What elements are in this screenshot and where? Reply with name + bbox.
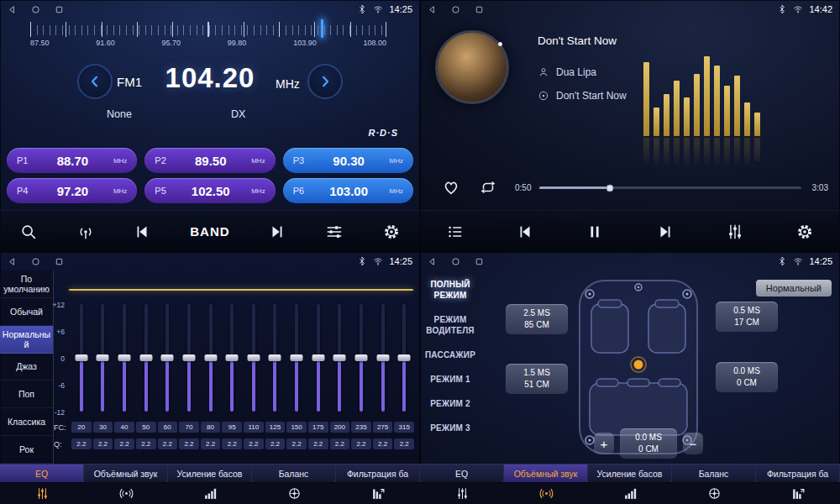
nav-back-icon[interactable]: [8, 5, 17, 14]
eq-band-slider[interactable]: [307, 304, 329, 412]
radio-preset-button[interactable]: P6 103.00 MHz: [283, 178, 413, 203]
eq-slider-knob[interactable]: [226, 354, 239, 361]
eq-slider-knob[interactable]: [291, 354, 303, 361]
eq-preset-item[interactable]: Нормальный: [0, 326, 53, 354]
tune-up-button[interactable]: [307, 64, 343, 99]
tab-eq-icon[interactable]: [0, 486, 84, 501]
radio-preset-button[interactable]: P2 89.50 MHz: [144, 148, 275, 173]
eq-slider-knob[interactable]: [312, 354, 324, 361]
tab-balance[interactable]: Баланс: [252, 465, 336, 482]
frequency-ruler[interactable]: 87.5091.6095.7099.80103.90108.00: [30, 22, 386, 50]
eq-slider-knob[interactable]: [118, 354, 131, 361]
nav-back-icon[interactable]: [428, 5, 437, 14]
tab-eq-icon[interactable]: [420, 486, 504, 501]
delay-increase-button[interactable]: +: [594, 433, 614, 454]
equalizer-sliders-icon[interactable]: [726, 223, 744, 241]
eq-slider-knob[interactable]: [247, 354, 260, 361]
tab-eq[interactable]: EQ: [420, 465, 504, 482]
tune-down-button[interactable]: [77, 64, 113, 99]
nav-home-icon[interactable]: [451, 257, 460, 266]
settings-gear-icon[interactable]: [382, 223, 401, 241]
eq-band-slider[interactable]: [243, 304, 265, 412]
eq-preset-item[interactable]: По умолчанию: [0, 270, 53, 298]
eq-slider-knob[interactable]: [97, 354, 109, 361]
nav-recents-icon[interactable]: [55, 5, 64, 14]
eq-band-slider[interactable]: [265, 304, 286, 412]
surround-mode-button[interactable]: РЕЖИМ 3: [420, 416, 480, 440]
surround-mode-button[interactable]: ПОЛНЫЙ РЕЖИМ: [420, 272, 480, 307]
next-track-icon[interactable]: [656, 223, 675, 241]
tab-surround-sound[interactable]: Объёмный звук: [504, 465, 588, 482]
search-icon[interactable]: [19, 223, 38, 241]
tab-surround-sound[interactable]: Объёмный звук: [84, 465, 168, 482]
tab-eq[interactable]: EQ: [0, 465, 84, 482]
tab-filtering[interactable]: Фильтрация ба: [756, 465, 840, 482]
eq-slider-knob[interactable]: [75, 354, 87, 361]
previous-icon[interactable]: [133, 223, 151, 241]
eq-band-slider[interactable]: [92, 304, 114, 412]
band-button[interactable]: BAND: [190, 224, 229, 239]
playlist-icon[interactable]: [446, 223, 465, 241]
nav-home-icon[interactable]: [451, 5, 460, 14]
eq-preset-item[interactable]: Джаз: [0, 354, 53, 381]
equalizer-sliders-icon[interactable]: [325, 223, 344, 241]
eq-band-slider[interactable]: [393, 304, 415, 412]
tab-bass-icon[interactable]: [168, 486, 252, 501]
eq-band-slider[interactable]: [200, 304, 222, 412]
eq-preset-item[interactable]: Поп: [0, 381, 53, 408]
eq-band-slider[interactable]: [178, 304, 200, 412]
eq-slider-knob[interactable]: [139, 354, 152, 361]
tab-filtering[interactable]: Фильтрация ба: [336, 465, 420, 482]
eq-preset-item[interactable]: Обычай: [0, 298, 53, 326]
tab-surround-icon[interactable]: [84, 486, 168, 501]
eq-slider-knob[interactable]: [269, 354, 281, 361]
tab-balance[interactable]: Баланс: [672, 465, 756, 482]
progress-bar[interactable]: [539, 186, 801, 189]
eq-band-slider[interactable]: [135, 304, 157, 412]
tab-bass-boost[interactable]: Усиление басов: [588, 465, 672, 482]
eq-preset-item[interactable]: Классика: [0, 408, 53, 436]
progress-knob[interactable]: [606, 184, 614, 192]
eq-band-slider[interactable]: [350, 304, 372, 412]
eq-slider-knob[interactable]: [182, 354, 195, 361]
radio-preset-button[interactable]: P3 90.30 MHz: [283, 148, 413, 173]
eq-slider-knob[interactable]: [376, 354, 389, 361]
nav-recents-icon[interactable]: [55, 257, 64, 266]
tab-bass-icon[interactable]: [588, 486, 672, 501]
eq-band-slider[interactable]: [221, 304, 243, 412]
tab-surround-icon[interactable]: [504, 486, 588, 501]
favorite-button[interactable]: [442, 178, 460, 197]
next-icon[interactable]: [268, 223, 286, 241]
repeat-button[interactable]: [479, 178, 497, 197]
eq-slider-knob[interactable]: [161, 354, 174, 361]
delay-decrease-button[interactable]: −: [683, 433, 703, 454]
eq-band-slider[interactable]: [372, 304, 394, 412]
pause-icon[interactable]: [585, 223, 604, 241]
tab-filter-icon[interactable]: [336, 486, 420, 501]
nav-back-icon[interactable]: [8, 257, 17, 266]
eq-slider-knob[interactable]: [204, 354, 217, 361]
eq-band-slider[interactable]: [286, 304, 307, 412]
settings-gear-icon[interactable]: [795, 223, 814, 241]
eq-slider-knob[interactable]: [354, 354, 367, 361]
nav-home-icon[interactable]: [31, 5, 40, 14]
nav-home-icon[interactable]: [31, 257, 40, 266]
eq-band-slider[interactable]: [71, 304, 92, 412]
tab-balance-icon[interactable]: [672, 486, 756, 501]
sound-profile-button[interactable]: Нормальный: [756, 280, 832, 297]
surround-mode-button[interactable]: РЕЖИМ 2: [420, 391, 480, 416]
nav-recents-icon[interactable]: [475, 5, 484, 14]
nav-back-icon[interactable]: [428, 257, 437, 266]
previous-track-icon[interactable]: [516, 223, 534, 241]
eq-band-slider[interactable]: [157, 304, 179, 412]
eq-band-slider[interactable]: [113, 304, 135, 412]
eq-preset-item[interactable]: Рок: [0, 436, 53, 464]
nav-recents-icon[interactable]: [475, 257, 484, 266]
eq-band-slider[interactable]: [329, 304, 351, 412]
surround-mode-button[interactable]: РЕЖИМ 1: [420, 367, 480, 391]
radio-preset-button[interactable]: P4 97.20 MHz: [7, 178, 137, 203]
tab-balance-icon[interactable]: [252, 486, 336, 501]
tab-filter-icon[interactable]: [756, 486, 840, 501]
surround-mode-button[interactable]: ПАССАЖИР: [420, 343, 480, 367]
surround-mode-button[interactable]: РЕЖИМ ВОДИТЕЛЯ: [420, 307, 480, 343]
